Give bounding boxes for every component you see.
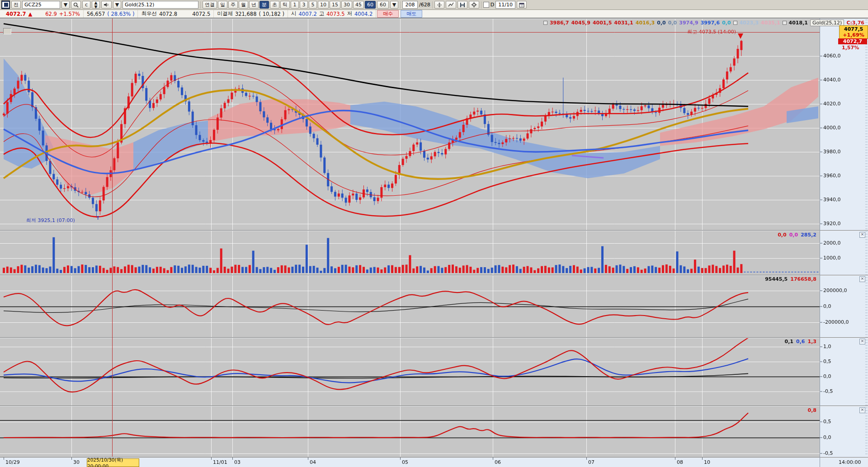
- compare-button[interactable]: c: [82, 1, 90, 9]
- legend-toggle-icon[interactable]: [733, 21, 737, 25]
- open-interest-label: 미결제: [217, 10, 233, 17]
- gear-icon: [471, 2, 477, 8]
- session-low-note: 최저 3925,1 (07:00): [26, 217, 75, 223]
- legend-item: 3986,7: [550, 20, 569, 26]
- legend-item: 3974,9: [679, 20, 698, 26]
- chart-area: 3986,74045,94001,54031,14016,30,00,03974…: [0, 18, 868, 467]
- oscillator2-legend: 0,10,61,3: [785, 339, 817, 344]
- period-button-연결[interactable]: 연결: [203, 1, 217, 9]
- legend-item: 0,0: [722, 20, 731, 26]
- spin-down-icon: ▼: [94, 5, 98, 9]
- spinner-control[interactable]: ▲▼: [92, 1, 100, 9]
- period-button-주[interactable]: 주: [228, 1, 238, 9]
- symbol-dropdown-icon[interactable]: ▼: [61, 1, 70, 9]
- period-button-3[interactable]: 3: [300, 1, 308, 9]
- period-button-60[interactable]: 60: [365, 1, 376, 9]
- open-interest-value: 321,688: [235, 11, 257, 17]
- chart-tool-chip[interactable]: [3, 28, 11, 34]
- date-axis-label: 06: [495, 459, 501, 465]
- period-button-초[interactable]: 초: [270, 1, 279, 9]
- price-axis-label: 3980,0: [823, 149, 841, 155]
- period-button-15[interactable]: 15: [330, 1, 340, 9]
- date-axis-label: 03: [234, 459, 241, 465]
- price-axis-label: 3940,0: [823, 197, 841, 203]
- legend-item: 0,0: [657, 20, 666, 26]
- legend-item: 4023,3: [740, 20, 759, 26]
- chart-canvas[interactable]: [0, 18, 868, 467]
- low-value: 4004.2: [354, 11, 373, 17]
- volume-axis-label: 2000,0: [823, 240, 841, 246]
- d-checkbox-label: D: [491, 2, 494, 8]
- legend-item: 0,0: [668, 20, 677, 26]
- period-button-일[interactable]: 일: [218, 1, 227, 9]
- period-button-분[interactable]: 분: [259, 1, 269, 9]
- d-checkbox[interactable]: [483, 2, 489, 8]
- panel-close-button[interactable]: ×: [859, 232, 865, 238]
- date-axis-label: 10: [704, 459, 710, 465]
- settings-button[interactable]: [469, 1, 479, 9]
- calendar-button[interactable]: [517, 1, 527, 9]
- date-axis-label: 11/01: [213, 459, 227, 465]
- oscillator3-axis-label: -0,5: [823, 450, 833, 456]
- projected-price-marker: 4077,5 +1,69%: [839, 25, 868, 39]
- panel-close-button[interactable]: ×: [859, 407, 865, 413]
- legend-value: 176658,8: [790, 276, 816, 282]
- period-button-10[interactable]: 10: [318, 1, 329, 9]
- price-axis-label: 4000,0: [823, 125, 841, 131]
- period-dropdown-icon[interactable]: ▼: [390, 1, 398, 9]
- save-button[interactable]: [458, 1, 467, 9]
- buy-button[interactable]: 매수: [377, 10, 399, 18]
- oscillator1-axis-label: -200000,0: [823, 319, 849, 325]
- panel-close-button[interactable]: ×: [859, 339, 865, 344]
- oscillator1-axis-label: 200000,0: [823, 288, 847, 293]
- period-button-45[interactable]: 45: [353, 1, 364, 9]
- price-axis-label: 3920,0: [823, 221, 841, 226]
- volume-axis-label: 1000,0: [823, 255, 841, 261]
- legend-value: 0,8: [808, 407, 817, 413]
- session-end-time: 14:00:00: [839, 459, 861, 465]
- period-button-틱[interactable]: 틱: [280, 1, 290, 9]
- legend-item: 4031,1: [614, 20, 633, 26]
- volume-value: 56,657: [87, 11, 105, 17]
- best-quote-label: 최우선: [141, 10, 157, 17]
- oscillator2-axis-label: 1,0: [823, 344, 831, 349]
- best-quote-value: 4072.8: [159, 11, 177, 17]
- oscillator2-axis-label: 0,5: [823, 359, 831, 364]
- price-axis-label: 4060,0: [823, 53, 841, 59]
- pan-tool-button[interactable]: [434, 1, 444, 9]
- main-toolbar: 전 GCZ25 ▼ c ▲▼ ▼ Gold(25.12) 연결일주월년분초틱13…: [0, 0, 868, 10]
- period-button-5[interactable]: 5: [309, 1, 317, 9]
- panel-close-button[interactable]: ×: [859, 276, 865, 282]
- trend-tool-button[interactable]: [446, 1, 456, 9]
- sound-dropdown-icon[interactable]: ▼: [113, 1, 121, 9]
- custom-period-field[interactable]: 60: [377, 1, 389, 9]
- window-icon[interactable]: [1, 0, 10, 9]
- high-value: 4073.5: [326, 11, 344, 17]
- price-change-pct: +1.57%: [59, 11, 80, 17]
- oscillator2-axis-label: -0,5: [823, 388, 833, 394]
- hts-chart-window: { "toolbar": { "prev_label": "전", "symbo…: [0, 0, 868, 467]
- volume-pct: ( 28.63% ): [107, 11, 134, 17]
- high-label: 고: [319, 10, 325, 17]
- sell-button[interactable]: 매도: [401, 10, 422, 18]
- oscillator2-axis-label: 0,0: [823, 373, 831, 379]
- bar-count-field[interactable]: 208: [402, 1, 418, 9]
- crosshair-date-box: 2025/10/30(목) 20:00:00: [87, 458, 139, 467]
- search-button[interactable]: [71, 1, 81, 9]
- period-button-년[interactable]: 년: [249, 1, 259, 9]
- period-button-1[interactable]: 1: [291, 1, 299, 9]
- date-field[interactable]: 11/10: [495, 1, 515, 9]
- current-pct-label: 1,57%: [842, 45, 859, 51]
- oscillator1-axis-label: 0,0: [823, 303, 831, 309]
- sound-button[interactable]: [101, 1, 112, 9]
- period-button-월[interactable]: 월: [239, 1, 248, 9]
- period-button-group: 연결일주월년분초틱1351015304560: [203, 1, 376, 9]
- period-button-30[interactable]: 30: [341, 1, 352, 9]
- date-axis-label: 08: [677, 459, 683, 465]
- instrument-field[interactable]: Gold(25.12): [123, 1, 198, 9]
- legend-toggle-icon[interactable]: [543, 21, 547, 25]
- prev-symbol-button[interactable]: 전: [11, 1, 21, 9]
- legend-toggle-icon[interactable]: [783, 21, 787, 25]
- symbol-input[interactable]: GCZ25: [22, 1, 60, 9]
- legend-value: 285,2: [801, 232, 816, 238]
